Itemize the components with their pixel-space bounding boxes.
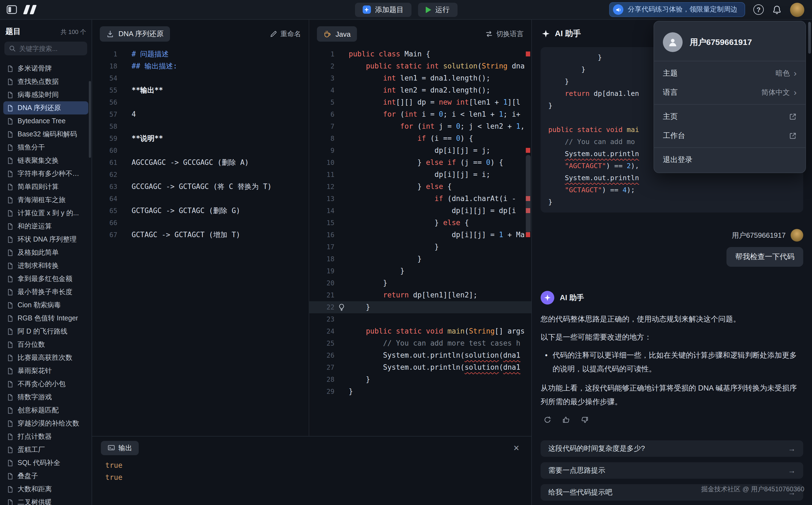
sidebar-item-label: 穿越沙漠的补给次数 xyxy=(17,419,79,428)
switch-language-button[interactable]: 切换语言 xyxy=(485,29,524,39)
line-number: 66 xyxy=(92,217,117,229)
code-panel-header: Java 切换语言 xyxy=(309,20,531,48)
suggestion-card[interactable]: 给我一些代码提示吧→ xyxy=(541,484,803,501)
sidebar-item-label: 大数和距离 xyxy=(17,485,52,494)
plus-icon: + xyxy=(362,5,371,14)
sidebar-item-label: 病毒感染时间 xyxy=(17,90,59,100)
search-input[interactable] xyxy=(19,45,83,52)
help-icon[interactable]: ? xyxy=(753,4,764,15)
code-line: 26 System.out.println(solution(dna1 xyxy=(309,349,531,361)
sidebar-item[interactable]: 暴雨梨花针 xyxy=(3,364,88,377)
thumbs-up-button[interactable] xyxy=(559,413,572,426)
sidebar-item[interactable]: Bytedance Tree xyxy=(3,115,88,128)
line-number: 18 xyxy=(309,253,334,265)
sidebar-item[interactable]: 比赛最高获胜次数 xyxy=(3,351,88,364)
line-number: 15 xyxy=(309,217,334,229)
menu-item-language[interactable]: 语言 简体中文› xyxy=(654,83,805,102)
ai-code-line: System.out.println xyxy=(548,172,796,184)
output-header: 输出 × xyxy=(92,437,531,455)
sidebar-item[interactable]: 穿越沙漠的补给次数 xyxy=(3,417,88,430)
menu-item-home[interactable]: 主页 xyxy=(654,107,805,126)
sidebar-item[interactable]: DNA 序列还原 xyxy=(3,101,88,115)
editor-scrollbar[interactable] xyxy=(526,155,531,233)
sidebar-item[interactable]: 简单四则计算 xyxy=(3,180,88,193)
line-number: 12 xyxy=(309,181,334,193)
sidebar-item[interactable]: 猜数字游戏 xyxy=(3,390,88,404)
menu-item-logout[interactable]: 退出登录 xyxy=(654,150,805,169)
markdown-line: 62 xyxy=(92,169,309,181)
document-icon xyxy=(7,183,14,190)
menu-item-theme[interactable]: 主题 暗色› xyxy=(654,63,805,83)
sidebar-item[interactable]: 计算位置 x 到 y 的... xyxy=(3,206,88,220)
sidebar-item[interactable]: 字符串有多少种不同可... xyxy=(3,167,88,180)
sidebar-item[interactable]: 和的逆运算 xyxy=(3,220,88,233)
sidebar-item[interactable]: RGB 色值转 Integer xyxy=(3,312,88,325)
sidebar-item[interactable]: Cion 勒索病毒 xyxy=(3,299,88,312)
close-output-icon[interactable]: × xyxy=(513,443,519,453)
sidebar-item[interactable]: 二叉树供暖 xyxy=(3,496,88,505)
ai-scrollbar[interactable] xyxy=(808,22,811,54)
search-box[interactable] xyxy=(4,42,87,55)
output-tab[interactable]: 输出 xyxy=(101,441,139,455)
lightbulb-icon[interactable] xyxy=(338,304,345,311)
assistant-paragraph: 以下是一些可能需要改进的地方： xyxy=(541,330,803,344)
sidebar-toggle-button[interactable] xyxy=(7,5,17,14)
suggestion-card[interactable]: 这段代码的时间复杂度是多少?→ xyxy=(541,440,803,457)
sidebar-item[interactable]: 大数和距离 xyxy=(3,483,88,496)
sidebar-item[interactable]: 进制求和转换 xyxy=(3,259,88,272)
output-content: truetrue xyxy=(92,455,531,484)
sidebar-scrollbar[interactable] xyxy=(89,81,91,158)
sidebar-item[interactable]: 打点计数器 xyxy=(3,430,88,443)
problem-tab[interactable]: DNA 序列还原 xyxy=(100,26,170,42)
sidebar-item-label: 打点计数器 xyxy=(17,432,52,441)
sidebar-item[interactable]: 最小替换子串长度 xyxy=(3,285,88,299)
chat-user-name: 用户6759661917 xyxy=(732,230,786,240)
sidebar-item[interactable]: 环状 DNA 序列整理 xyxy=(3,233,88,246)
sidebar-item[interactable]: Base32 编码和解码 xyxy=(3,128,88,141)
sidebar-item[interactable]: 病毒感染时间 xyxy=(3,88,88,101)
sidebar-item[interactable]: 链表聚集交换 xyxy=(3,154,88,167)
sidebar-item[interactable]: SQL 代码补全 xyxy=(3,456,88,469)
rename-button[interactable]: 重命名 xyxy=(269,29,301,39)
suggestion-card[interactable]: 需要一点思路提示→ xyxy=(541,462,803,479)
sidebar-item[interactable]: 百分位数 xyxy=(3,338,88,351)
user-avatar[interactable] xyxy=(790,2,804,17)
regenerate-button[interactable] xyxy=(541,413,554,426)
document-icon xyxy=(7,499,14,505)
sidebar-item[interactable]: 青海湖租车之旅 xyxy=(3,193,88,206)
sidebar-item-label: 环状 DNA 序列整理 xyxy=(17,235,77,244)
code-line: 7 for (int j = 0; j < len2 + 1, xyxy=(309,121,531,133)
sidebar-item[interactable]: 蛋糕工厂 xyxy=(3,443,88,456)
document-icon xyxy=(7,196,14,203)
thumbs-down-button[interactable] xyxy=(578,413,591,426)
assistant-paragraph: 您的代码整体思路是正确的，使用动态规划来解决这个问题。 xyxy=(541,312,803,326)
line-number: 13 xyxy=(309,193,334,205)
sidebar-item[interactable]: 猫鱼分干 xyxy=(3,141,88,154)
app-window: + 添加题目 运行 分享代码练习体验，领限量定制周边 ? 题目 xyxy=(0,0,812,505)
document-icon xyxy=(7,275,14,282)
menu-item-workspace[interactable]: 工作台 xyxy=(654,126,805,145)
language-tab[interactable]: Java xyxy=(317,26,357,42)
code-line: 16 dp[i][j] = 1 + Ma xyxy=(309,229,531,241)
share-banner-button[interactable]: 分享代码练习体验，领限量定制周边 xyxy=(609,2,745,17)
sidebar-item[interactable]: 拿到最多红包金额 xyxy=(3,272,88,285)
user-message-bubble[interactable]: 帮我检查一下代码 xyxy=(726,247,803,267)
sidebar-item[interactable]: 查找热点数据 xyxy=(3,75,88,88)
sidebar-item-label: 简单四则计算 xyxy=(17,182,59,191)
sidebar-item[interactable]: 创意标题匹配 xyxy=(3,404,88,417)
problem-editor[interactable]: 1# 问题描述18## 输出描述:5455**输出**565745859**说明… xyxy=(92,48,309,436)
sidebar-item[interactable]: 及格如此简单 xyxy=(3,246,88,259)
sidebar-item[interactable]: 叠盘子 xyxy=(3,469,88,483)
sidebar-item[interactable]: 阿 D 的飞行路线 xyxy=(3,325,88,338)
app-logo[interactable] xyxy=(25,5,35,14)
line-number: 27 xyxy=(309,361,334,373)
sidebar-item[interactable]: 不再贪心的小包 xyxy=(3,377,88,390)
add-problem-button[interactable]: + 添加题目 xyxy=(355,2,411,17)
bell-icon[interactable] xyxy=(772,5,782,14)
run-button[interactable]: 运行 xyxy=(418,2,457,17)
sidebar-item[interactable]: 多米诺骨牌 xyxy=(3,62,88,75)
document-icon xyxy=(7,315,14,322)
line-number: 1 xyxy=(92,48,117,60)
line-number: 4 xyxy=(309,85,334,97)
code-editor[interactable]: 1public class Main {2 public static int … xyxy=(309,48,531,436)
